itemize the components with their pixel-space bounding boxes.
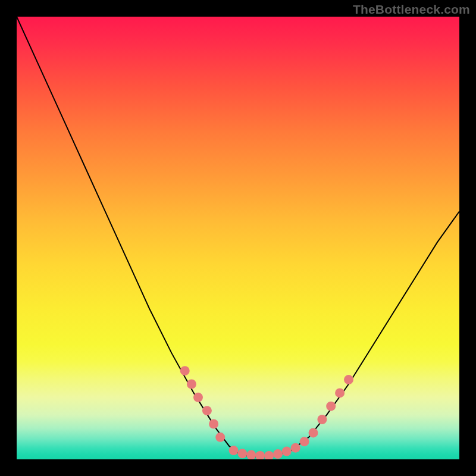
bottleneck-curve	[17, 17, 459, 457]
marker-bottom-0	[229, 446, 239, 455]
marker-right-1	[309, 428, 318, 437]
curve-layer	[17, 17, 459, 459]
plot-area	[17, 17, 459, 459]
marker-bottom-5	[273, 449, 283, 459]
marker-bottom-1	[237, 449, 247, 458]
marker-bottom-6	[282, 447, 292, 456]
marker-left-3	[202, 406, 212, 415]
chart-frame: TheBottleneck.com	[0, 0, 476, 476]
marker-left-5	[215, 433, 225, 442]
marker-right-3	[326, 402, 336, 411]
marker-bottom-2	[246, 450, 256, 459]
marker-right-5	[344, 375, 353, 384]
marker-left-4	[209, 419, 218, 429]
marker-right-4	[335, 388, 345, 397]
marker-bottom-4	[264, 451, 274, 459]
marker-right-2	[317, 415, 327, 424]
marker-bottom-3	[255, 451, 265, 459]
marker-right-0	[300, 437, 309, 446]
marker-left-0	[180, 366, 190, 375]
watermark-text: TheBottleneck.com	[353, 2, 470, 17]
marker-left-2	[193, 393, 203, 402]
marker-left-1	[187, 380, 196, 389]
marker-bottom-7	[291, 443, 300, 453]
